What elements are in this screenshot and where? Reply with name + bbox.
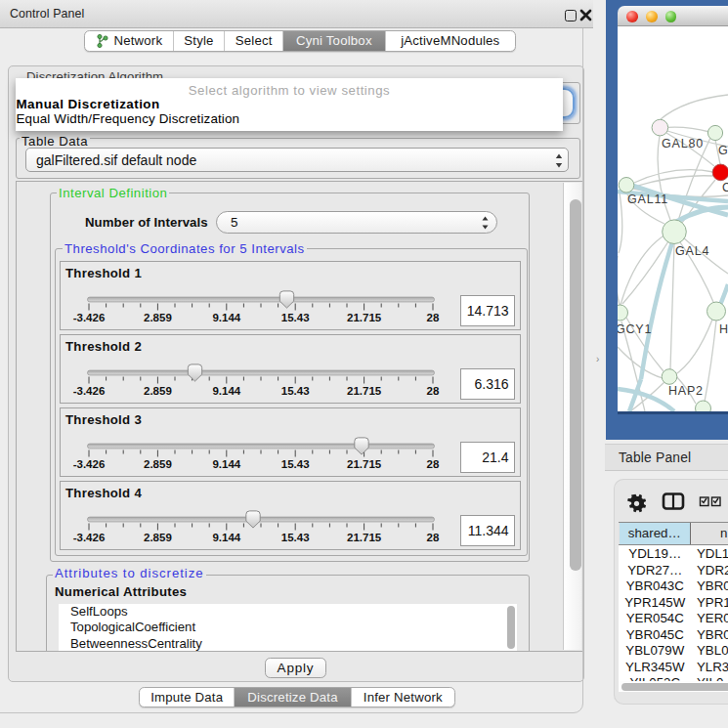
svg-text:-3.426: -3.426	[73, 458, 106, 470]
svg-text:15.43: 15.43	[281, 385, 310, 397]
svg-text:-3.426: -3.426	[73, 312, 106, 323]
svg-text:9.144: 9.144	[212, 385, 240, 397]
svg-text:2.859: 2.859	[144, 532, 172, 543]
svg-text:28: 28	[427, 458, 440, 470]
svg-text:21.715: 21.715	[347, 532, 382, 543]
svg-text:GAL11: GAL11	[627, 193, 668, 206]
svg-text:2.859: 2.859	[144, 458, 172, 470]
svg-text:HAP2: HAP2	[668, 384, 704, 398]
svg-text:21.715: 21.715	[347, 458, 382, 470]
svg-text:C: C	[722, 181, 728, 194]
svg-text:21.715: 21.715	[347, 385, 382, 397]
svg-text:28: 28	[427, 532, 440, 543]
svg-text:15.43: 15.43	[281, 532, 310, 543]
svg-text:-3.426: -3.426	[73, 532, 106, 543]
svg-text:GA: GA	[718, 144, 728, 157]
svg-text:-3.426: -3.426	[73, 385, 106, 397]
svg-text:21.715: 21.715	[347, 312, 382, 323]
svg-text:GCY1: GCY1	[618, 322, 652, 336]
svg-text:GAL4: GAL4	[675, 244, 709, 258]
svg-text:H: H	[719, 322, 728, 336]
svg-text:9.144: 9.144	[212, 532, 240, 543]
svg-text:28: 28	[427, 385, 440, 397]
svg-text:2.859: 2.859	[144, 385, 172, 397]
svg-text:28: 28	[427, 312, 440, 323]
svg-text:GAL80: GAL80	[662, 137, 704, 150]
svg-text:2.859: 2.859	[144, 312, 172, 323]
svg-text:15.43: 15.43	[281, 458, 310, 470]
svg-text:15.43: 15.43	[281, 312, 310, 323]
svg-text:9.144: 9.144	[212, 312, 240, 323]
svg-text:9.144: 9.144	[212, 458, 240, 470]
